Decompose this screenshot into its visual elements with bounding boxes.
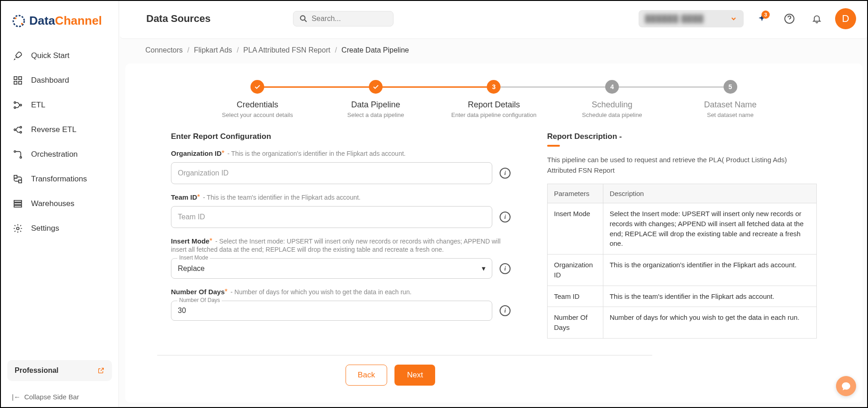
cell-param: Organization ID bbox=[548, 254, 603, 286]
svg-point-1 bbox=[15, 17, 16, 19]
step-title: Scheduling bbox=[592, 100, 633, 110]
help-button[interactable] bbox=[780, 10, 799, 28]
svg-point-0 bbox=[13, 16, 24, 26]
cell-param: Insert Mode bbox=[548, 203, 603, 254]
user-avatar[interactable]: D bbox=[835, 8, 856, 29]
search-box[interactable] bbox=[293, 11, 394, 26]
sparkle-button[interactable]: 3 bbox=[753, 10, 771, 28]
nav-dashboard[interactable]: Dashboard bbox=[1, 68, 118, 93]
step-circle: 4 bbox=[605, 80, 619, 94]
search-icon bbox=[299, 14, 308, 23]
team-input[interactable] bbox=[171, 206, 492, 228]
nav-reverse-etl[interactable]: Reverse ETL bbox=[1, 117, 118, 142]
crumb-flipkart[interactable]: Flipkart Ads bbox=[194, 46, 232, 54]
chat-fab[interactable] bbox=[836, 376, 856, 396]
avatar-initial: D bbox=[842, 13, 849, 25]
nav-warehouses[interactable]: Warehouses bbox=[1, 191, 118, 216]
mode-select[interactable]: Replace ▾ bbox=[171, 258, 492, 279]
collapse-label: Collapse Side Bar bbox=[24, 393, 79, 401]
nav-label: Warehouses bbox=[31, 199, 75, 208]
step-circle: 5 bbox=[724, 80, 737, 94]
info-icon[interactable]: i bbox=[500, 168, 511, 179]
step-sub: Select your account details bbox=[222, 111, 293, 118]
org-hint: - This is the organization's identifier … bbox=[228, 150, 406, 157]
nav-orchestration[interactable]: Orchestration bbox=[1, 142, 118, 167]
svg-point-20 bbox=[16, 227, 19, 230]
nav-label: Reverse ETL bbox=[31, 125, 76, 134]
step-circle: 3 bbox=[487, 80, 501, 94]
step-report-details[interactable]: 3 Report Details Enter data pipeline con… bbox=[435, 80, 553, 118]
step-pipeline[interactable]: Data Pipeline Select a data pipeline bbox=[317, 80, 435, 118]
params-table: Parameters Description Insert ModeSelect… bbox=[547, 184, 817, 339]
search-input[interactable] bbox=[312, 15, 403, 23]
table-row: Team IDThis is the team's identifier in … bbox=[548, 286, 817, 307]
back-button[interactable]: Back bbox=[346, 365, 388, 386]
org-input[interactable] bbox=[171, 162, 492, 184]
nav-quick-start[interactable]: Quick Start bbox=[1, 43, 118, 68]
page-title: Data Sources bbox=[146, 13, 211, 25]
chat-icon bbox=[841, 381, 851, 391]
nav-etl[interactable]: ETL bbox=[1, 93, 118, 117]
notif-badge: 3 bbox=[761, 11, 770, 19]
org-label: Organization ID bbox=[171, 149, 222, 157]
caret-down-icon: ▾ bbox=[482, 264, 485, 273]
bell-button[interactable] bbox=[808, 10, 826, 28]
svg-point-11 bbox=[20, 132, 22, 133]
button-row: Back Next bbox=[171, 365, 610, 390]
step-credentials[interactable]: Credentials Select your account details bbox=[198, 80, 317, 118]
info-icon[interactable]: i bbox=[500, 305, 511, 316]
divider bbox=[157, 355, 652, 355]
plan-badge[interactable]: Professional bbox=[7, 360, 112, 381]
external-link-icon bbox=[97, 367, 105, 374]
sidebar: DataChannel Quick Start Dashboard ETL Re… bbox=[1, 1, 119, 408]
svg-point-9 bbox=[20, 104, 22, 106]
days-input[interactable] bbox=[171, 301, 492, 321]
transform-icon bbox=[13, 174, 23, 184]
days-hint: - Number of days for which you wish to g… bbox=[230, 288, 411, 296]
step-title: Report Details bbox=[468, 100, 520, 110]
plan-label: Professional bbox=[15, 366, 59, 375]
content-card: Credentials Select your account details … bbox=[125, 64, 863, 403]
desc-underline bbox=[547, 145, 560, 147]
step-sub: Enter data pipeline configuration bbox=[451, 111, 536, 118]
info-icon[interactable]: i bbox=[500, 263, 511, 274]
help-icon bbox=[784, 13, 795, 24]
svg-point-12 bbox=[14, 129, 16, 131]
nav-label: Dashboard bbox=[31, 76, 69, 85]
breadcrumb: Connectors/ Flipkart Ads/ PLA Attributed… bbox=[119, 39, 868, 59]
crumb-current: Create Data Pipeline bbox=[341, 46, 409, 54]
nav-label: Transformations bbox=[31, 175, 87, 184]
cell-desc: This is the team's identifier in the Fli… bbox=[603, 286, 816, 307]
crumb-connectors[interactable]: Connectors bbox=[145, 46, 183, 54]
team-label: Team ID bbox=[171, 193, 197, 201]
step-scheduling[interactable]: 4 Scheduling Schedule data pipeline bbox=[553, 80, 671, 118]
topbar: Data Sources ██████ ████ 3 D bbox=[120, 1, 868, 39]
team-hint: - This is the team's identifier in the F… bbox=[203, 194, 361, 201]
step-title: Credentials bbox=[237, 100, 278, 110]
collapse-sidebar[interactable]: |← Collapse Side Bar bbox=[1, 387, 118, 408]
svg-rect-4 bbox=[19, 77, 21, 79]
workspace-selector[interactable]: ██████ ████ bbox=[639, 10, 744, 27]
table-row: Number Of DaysNumber of days for which y… bbox=[548, 307, 817, 339]
gear-icon bbox=[13, 223, 23, 233]
crumb-report[interactable]: PLA Attributed FSN Report bbox=[243, 46, 330, 54]
step-title: Dataset Name bbox=[704, 100, 756, 110]
description-column: Report Description - This pipeline can b… bbox=[547, 132, 817, 339]
nav-transformations[interactable]: Transformations bbox=[1, 167, 118, 191]
logo-text-2: Channel bbox=[55, 14, 102, 27]
step-dataset-name[interactable]: 5 Dataset Name Set dataset name bbox=[671, 80, 789, 118]
svg-rect-6 bbox=[19, 81, 21, 84]
grid-icon bbox=[13, 75, 23, 85]
svg-point-8 bbox=[14, 107, 16, 109]
nav-settings[interactable]: Settings bbox=[1, 216, 118, 241]
stepper: Credentials Select your account details … bbox=[139, 75, 849, 132]
mode-value: Replace bbox=[178, 265, 205, 273]
days-float-label: Number Of Days bbox=[177, 297, 222, 303]
nav-label: Orchestration bbox=[31, 150, 78, 159]
next-button[interactable]: Next bbox=[394, 365, 435, 386]
svg-point-13 bbox=[14, 151, 16, 153]
brand-logo[interactable]: DataChannel bbox=[1, 9, 118, 39]
reverse-flow-icon bbox=[13, 125, 23, 135]
info-icon[interactable]: i bbox=[500, 212, 511, 223]
svg-rect-18 bbox=[14, 203, 22, 205]
